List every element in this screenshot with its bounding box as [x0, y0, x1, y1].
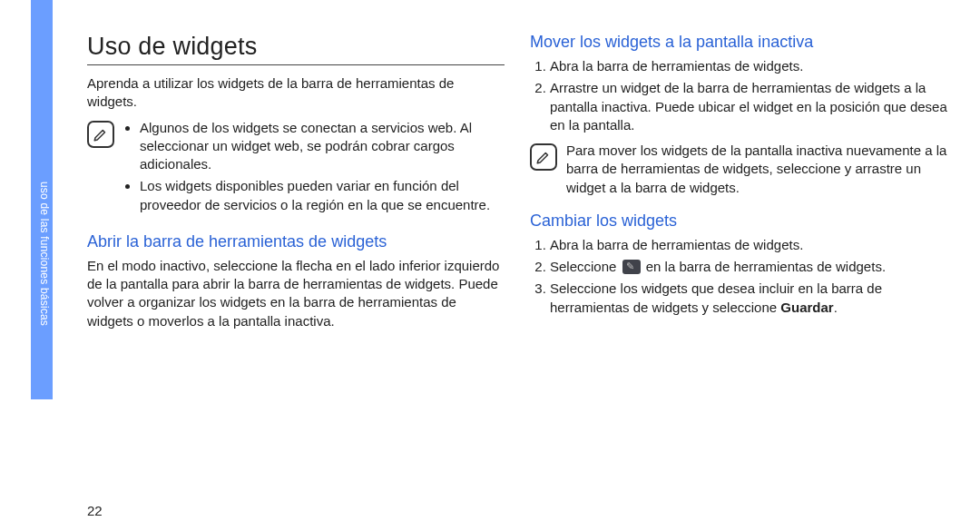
step-item: Abra la barra de herramientas de widgets… [550, 57, 947, 75]
step-item: Seleccione en la barra de herramientas d… [550, 258, 947, 276]
step-item: Seleccione los widgets que desea incluir… [550, 280, 947, 317]
step-text-bold: Guardar [780, 300, 833, 315]
note-text-2: Para mover los widgets de la pantalla in… [566, 142, 947, 197]
step-text-b: en la barra de herramientas de widgets. [642, 259, 886, 274]
column-left: Uso de widgets Aprenda a utilizar los wi… [87, 33, 505, 513]
section-heading-open-toolbar: Abrir la barra de herramientas de widget… [87, 232, 505, 251]
section-body-open-toolbar: En el modo inactivo, seleccione la flech… [87, 257, 505, 330]
note-block-2: Para mover los widgets de la pantalla in… [530, 142, 947, 197]
note-item: Algunos de los widgets se conectan a ser… [140, 119, 505, 174]
intro-text: Aprenda a utilizar los widgets de la bar… [87, 74, 505, 112]
page-title: Uso de widgets [87, 33, 505, 65]
section-heading-change-widgets: Cambiar los widgets [530, 211, 947, 231]
note-list-1: Algunos de los widgets se conectan a ser… [123, 119, 505, 218]
step-text-b: . [834, 300, 838, 315]
step-text-a: Seleccione [550, 259, 621, 274]
note-block-1: Algunos de los widgets se conectan a ser… [87, 119, 505, 218]
step-item: Arrastre un widget de la barra de herram… [550, 79, 947, 134]
steps-move-widgets: Abra la barra de herramientas de widgets… [530, 57, 947, 134]
side-tab-label: uso de las funciones básicas [33, 182, 51, 326]
section-heading-move-widgets: Mover los widgets a la pantalla inactiva [530, 33, 947, 52]
steps-change-widgets: Abra la barra de herramientas de widgets… [530, 236, 947, 317]
edit-widgets-icon [622, 260, 641, 274]
note-icon [87, 121, 114, 148]
step-item: Abra la barra de herramientas de widgets… [550, 236, 947, 254]
page-number: 22 [87, 503, 103, 518]
column-right: Mover los widgets a la pantalla inactiva… [530, 33, 947, 513]
note-icon [530, 143, 557, 171]
note-item: Los widgets disponibles pueden variar en… [140, 177, 505, 214]
